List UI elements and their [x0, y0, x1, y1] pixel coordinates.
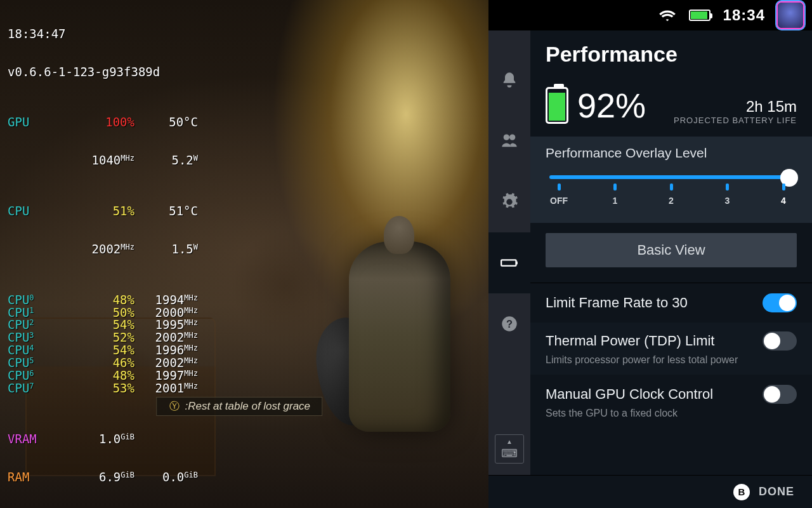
- chevron-up-icon: ▲: [506, 438, 513, 445]
- slider-tick-label: 2: [669, 196, 674, 206]
- wifi-icon: [658, 6, 676, 24]
- done-button[interactable]: DONE: [759, 485, 794, 498]
- cpu-core-clock: 2002MHz: [134, 331, 198, 344]
- cpu-core-label: CPU3: [8, 331, 77, 344]
- cpu-core-clock: 1995MHz: [134, 319, 198, 331]
- cpu-core-usage: 48%: [77, 370, 134, 382]
- quick-access-panel: 18:34 ? ▲: [488, 0, 812, 508]
- tab-help[interactable]: ?: [488, 293, 530, 354]
- gpu-power: 5.2: [171, 153, 193, 167]
- tab-notifications[interactable]: [488, 50, 530, 110]
- cpu-label: CPU: [8, 205, 77, 218]
- cpu-power: 1.5: [171, 242, 193, 256]
- game-action-prompt-text: :Rest at table of lost grace: [185, 400, 311, 413]
- svg-text:?: ?: [506, 318, 513, 330]
- game-viewport: Ⓨ :Rest at table of lost grace 18:34:47 …: [0, 0, 488, 508]
- tab-performance[interactable]: [488, 232, 530, 293]
- setting-row[interactable]: Thermal Power (TDP) LimitLimits processo…: [530, 321, 812, 375]
- toggle-switch[interactable]: [763, 385, 797, 404]
- cpu-core-clock: 2001MHz: [134, 382, 198, 395]
- cpu-core-usage: 46%: [77, 357, 134, 370]
- ram-value: 6.9: [99, 470, 121, 484]
- cpu-core-usage: 50%: [77, 307, 134, 319]
- panel-title: Performance: [530, 42, 812, 78]
- keyboard-icon: ⌨: [501, 446, 518, 460]
- ram-value2: 0.0: [162, 470, 184, 484]
- cpu-core-usage: 52%: [77, 331, 134, 344]
- battery-time-remaining: 2h 15m: [674, 98, 797, 116]
- cpu-core-label: CPU1: [8, 307, 77, 319]
- battery-percent: 92%: [577, 86, 646, 125]
- gpu-label: GPU: [8, 116, 77, 129]
- status-bar: 18:34: [488, 0, 812, 30]
- toggle-switch[interactable]: [763, 293, 797, 312]
- basic-view-button[interactable]: Basic View: [546, 233, 797, 267]
- cpu-core-label: CPU5: [8, 357, 77, 370]
- cpu-core-label: CPU4: [8, 344, 77, 357]
- cpu-core-label: CPU6: [8, 370, 77, 382]
- battery-status-card: 92% 2h 15m PROJECTED BATTERY LIFE: [530, 78, 812, 137]
- quick-access-tab-strip: ? ▲ ⌨: [488, 30, 530, 475]
- slider-tick-label: 4: [781, 196, 786, 206]
- gear-icon: [501, 193, 518, 211]
- cpu-temp: 51°C: [134, 205, 198, 218]
- cpu-clock: 2002: [92, 242, 121, 256]
- panel-footer: B DONE: [488, 475, 812, 508]
- game-player-character: [349, 241, 450, 432]
- friends-icon: [501, 132, 518, 150]
- cpu-core-usage: 48%: [77, 294, 134, 307]
- avatar[interactable]: [778, 3, 803, 28]
- gpu-usage: 100%: [77, 116, 134, 129]
- setting-title: Limit Frame Rate to 30: [546, 295, 688, 311]
- slider-tick-label: OFF: [550, 196, 568, 206]
- setting-title: Manual GPU Clock Control: [546, 386, 713, 403]
- overlay-level-label: Performance Overlay Level: [546, 145, 797, 161]
- performance-settings-list: Limit Frame Rate to 30Thermal Power (TDP…: [530, 283, 812, 428]
- vram-label: VRAM: [8, 433, 77, 446]
- bell-icon: [501, 71, 518, 89]
- help-icon: ?: [501, 315, 518, 333]
- cpu-core-clock: 1994MHz: [134, 294, 198, 307]
- tab-settings[interactable]: [488, 171, 530, 232]
- cpu-core-label: CPU2: [8, 319, 77, 331]
- cpu-core-usage: 54%: [77, 319, 134, 331]
- setting-description: Sets the GPU to a fixed clock: [546, 408, 797, 419]
- cpu-core-clock: 1996MHz: [134, 344, 198, 357]
- ram-label: RAM: [8, 471, 77, 484]
- virtual-keyboard-button[interactable]: ▲ ⌨: [495, 434, 524, 464]
- cpu-core-clock: 2002MHz: [134, 357, 198, 370]
- overlay-time: 18:34:47: [8, 28, 66, 41]
- b-button-icon: B: [733, 484, 750, 500]
- cpu-core-label: CPU7: [8, 382, 77, 395]
- cpu-core-usage: 54%: [77, 344, 134, 357]
- cpu-core-clock: 2000MHz: [134, 307, 198, 319]
- status-clock: 18:34: [723, 6, 765, 24]
- setting-title: Thermal Power (TDP) Limit: [546, 333, 714, 349]
- cpu-core-usage: 53%: [77, 382, 134, 395]
- battery-icon: [689, 10, 710, 21]
- setting-description: Limits processor power for less total po…: [546, 354, 797, 366]
- gpu-temp: 50°C: [134, 116, 198, 129]
- battery-large-icon: [546, 87, 568, 124]
- cpu-core-label: CPU0: [8, 294, 77, 307]
- setting-row[interactable]: Manual GPU Clock ControlSets the GPU to …: [530, 375, 812, 428]
- setting-row[interactable]: Limit Frame Rate to 30: [530, 283, 812, 321]
- slider-tick-label: 1: [613, 196, 618, 206]
- battery-tab-icon: [501, 254, 518, 272]
- vram-value: 1.0: [99, 432, 121, 446]
- overlay-level-section: Performance Overlay Level OFF1234: [530, 137, 812, 223]
- slider-tick-label: 3: [725, 196, 730, 206]
- tab-friends[interactable]: [488, 110, 530, 171]
- battery-time-sublabel: PROJECTED BATTERY LIFE: [674, 116, 797, 125]
- cpu-core-clock: 1997MHz: [134, 370, 198, 382]
- cpu-usage: 51%: [77, 205, 134, 218]
- overlay-level-slider[interactable]: OFF1234: [546, 170, 797, 192]
- gpu-clock: 1040: [92, 153, 121, 167]
- toggle-switch[interactable]: [763, 331, 797, 351]
- overlay-version: v0.6.6-1-123-g93f389d: [8, 66, 160, 79]
- performance-overlay: 18:34:47 v0.6.6-1-123-g93f389d GPU 100% …: [8, 3, 198, 508]
